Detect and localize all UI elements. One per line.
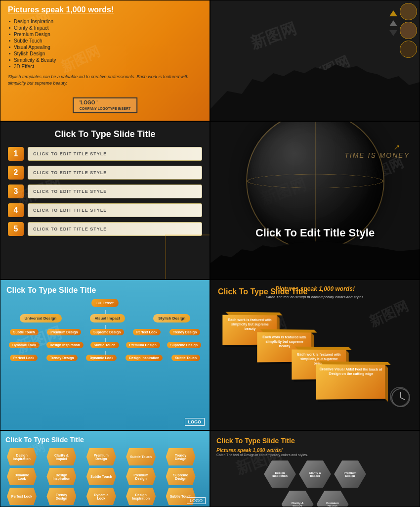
slide-6: 新图网 新图网 Click To Type Slide Title Pictur… [210, 279, 420, 430]
bullet-item[interactable]: Premium Design [8, 31, 202, 38]
watermark-2: 新图网 [248, 18, 299, 54]
boxes-area: Each work is featured with simplicity bu… [218, 300, 412, 409]
slide-4-main-title[interactable]: Click To Edit Title Style [210, 227, 420, 239]
slide-8: 新图网 Click To Type Slide Title Pictures s… [210, 430, 420, 507]
hex-item-2[interactable]: Premium Design [86, 448, 116, 465]
slide-1-bullets: Design Inspiration Clarity & Impact Prem… [8, 18, 202, 70]
org-box-r5-2[interactable]: Dynamic Look [86, 355, 117, 361]
numbered-item-1[interactable]: 1 CLICK TO EDIT TITLE STYLE [8, 147, 202, 161]
arrow-up-1 [389, 10, 397, 16]
bullet-item[interactable]: Design Inspiration [8, 18, 202, 25]
hex-item-7[interactable]: Subtle Touch [86, 468, 116, 485]
hex-dark-row: DesignInspiration Clarity &Impact Premiu… [216, 461, 414, 488]
hex-dark-1[interactable]: Clarity &Impact [299, 461, 331, 488]
slide-6-headline: Pictures speak 1,000 words! Catch The fe… [210, 285, 420, 300]
slide-8-headline: Pictures speak 1,000 words! [216, 448, 414, 453]
item-bar-1[interactable]: CLICK TO EDIT TITLE STYLE [28, 147, 202, 161]
hex-grid: Design Inspiration Clarity & Impact Prem… [5, 447, 205, 507]
org-connector-2 [6, 325, 204, 329]
bullet-item[interactable]: 3D Effect [8, 63, 202, 70]
org-box-r5-4[interactable]: Subtle Touch [171, 355, 200, 361]
bullet-item[interactable]: Visual Appealing [8, 44, 202, 50]
num-badge-3: 3 [8, 184, 24, 198]
num-badge-1: 1 [8, 147, 24, 161]
org-box-r3-4[interactable]: Trendy Design [169, 329, 200, 335]
hex-item-6[interactable]: Design Inspiration [46, 468, 76, 485]
org-connector-3 [6, 338, 204, 342]
org-top-box[interactable]: 3D Effect [91, 299, 119, 307]
slide-2: 新图网 新图网 [210, 0, 420, 121]
slide-5: 新图网 Click To Type Slide Title 3D Effect … [0, 279, 210, 430]
slide-7-title[interactable]: Click To Type Slide Title [5, 436, 205, 444]
slide-5-title[interactable]: Click To Type Slide Title [6, 286, 204, 295]
slide-1-title[interactable]: Pictures speak 1,000 words! [8, 5, 202, 14]
numbered-item-3[interactable]: 3 CLICK TO EDIT TITLE STYLE [8, 184, 202, 198]
numbered-item-2[interactable]: 2 CLICK TO EDIT TITLE STYLE [8, 166, 202, 180]
item-bar-3[interactable]: CLICK TO EDIT TITLE STYLE [28, 184, 202, 198]
org-box-r4-3[interactable]: Premium Design [126, 342, 160, 348]
hex-dark-0[interactable]: DesignInspiration [264, 461, 296, 488]
numbered-item-5[interactable]: 5 CLICK TO EDIT TITLE STYLE [8, 222, 202, 236]
deco-circle [165, 234, 210, 279]
arrow-down-1 [389, 30, 397, 36]
city-silhouette-4 [210, 239, 420, 279]
arrow-up-2 [389, 20, 397, 26]
org-box-r5-3[interactable]: Design Inspiration [126, 355, 163, 361]
main-grid: 新图网 新图网 Pictures speak 1,000 words! Desi… [0, 0, 420, 507]
item-bar-5[interactable]: CLICK TO EDIT TITLE STYLE [28, 222, 202, 236]
org-box-r3-2[interactable]: Supreme Design [90, 329, 124, 335]
hex-item-1[interactable]: Clarity & Impact [46, 448, 76, 465]
num-badge-4: 4 [8, 203, 24, 217]
bullet-item[interactable]: Clarity & Impact [8, 25, 202, 31]
item-bar-4[interactable]: CLICK TO EDIT TITLE STYLE [28, 203, 202, 217]
bullet-item[interactable]: Stylish Design [8, 50, 202, 57]
numbered-item-4[interactable]: 4 CLICK TO EDIT TITLE STYLE [8, 203, 202, 217]
org-box-r4-2[interactable]: Subtle Touch [90, 342, 119, 348]
bullet-item[interactable]: Subtle Touch [8, 38, 202, 44]
slide-7: 新图网 Click To Type Slide Title Design Ins… [0, 430, 210, 507]
slide-3-title[interactable]: Click To Type Slide Title [8, 129, 202, 139]
slide-8-headline-sub: Catch The feel of Design in contemporary… [216, 453, 414, 457]
hex-dark-3[interactable]: Clarity &Impact [282, 491, 314, 507]
hex-dark-4[interactable]: PremiumDesign [317, 491, 349, 507]
org-row-2: Universal Design Visual Impact Stylish D… [6, 314, 204, 323]
slide-1: 新图网 新图网 Pictures speak 1,000 words! Desi… [0, 0, 210, 121]
person-icon-2 [400, 22, 417, 39]
hex-item-8[interactable]: Premium Design [126, 468, 156, 485]
city-silhouette-2 [210, 61, 420, 121]
person-icon-3 [400, 41, 417, 58]
org-box-r5-1[interactable]: Trendy Design [46, 355, 77, 361]
hex-item-11[interactable]: Trendy Design [46, 488, 76, 505]
hex-item-9[interactable]: Supreme Design [166, 468, 196, 485]
org-box-universal[interactable]: Universal Design [20, 314, 62, 323]
slide-7-logo: LOGO [187, 497, 206, 504]
org-box-r4-4[interactable]: Supreme Design [167, 342, 201, 348]
org-box-visual[interactable]: Visual Impact [90, 314, 125, 323]
num-badge-2: 2 [8, 166, 24, 180]
org-top-row: 3D Effect [6, 299, 204, 307]
hex-item-3[interactable]: Subtle Touch [126, 448, 156, 465]
num-badge-5: 5 [8, 222, 24, 236]
hex-item-4[interactable]: Trendy Design [166, 448, 196, 465]
slide-1-tagline: Stylish templates can be a valuable aid … [8, 74, 202, 86]
hex-item-13[interactable]: Design Inspiration [126, 488, 156, 505]
svg-line-2 [401, 398, 405, 400]
org-box-r3-3[interactable]: Perfect Look [133, 329, 161, 335]
person-icon-1 [400, 3, 417, 20]
hex-item-10[interactable]: Perfect Look [7, 488, 37, 505]
org-connector-4 [6, 351, 204, 355]
item-bar-2[interactable]: CLICK TO EDIT TITLE STYLE [28, 166, 202, 180]
time-text: TIME IS MONEY [344, 151, 410, 159]
slide-4: 新图网 新图网 ↑ TIME IS MONEY Click To Edit Ti… [210, 121, 420, 279]
hex-item-0[interactable]: Design Inspiration [7, 448, 37, 465]
slide-1-logo[interactable]: 'LOGO ' COMPANY LOGOTYPE INSERT [73, 97, 138, 113]
clock-icon [390, 387, 410, 407]
hex-item-5[interactable]: Dynamic Look [7, 468, 37, 485]
hex-dark-2[interactable]: PremiumDesign [334, 461, 366, 488]
org-connector-1 [6, 310, 204, 314]
box-3d-4[interactable]: Creative Visual Aids! Feel the touch of … [316, 364, 385, 399]
org-box-stylish[interactable]: Stylish Design [153, 314, 190, 323]
bullet-item[interactable]: Simplicity & Beauty [8, 57, 202, 63]
hex-item-12[interactable]: Dynamic Look [86, 488, 116, 505]
slide-8-title[interactable]: Click To Type Slide Title [216, 437, 414, 445]
